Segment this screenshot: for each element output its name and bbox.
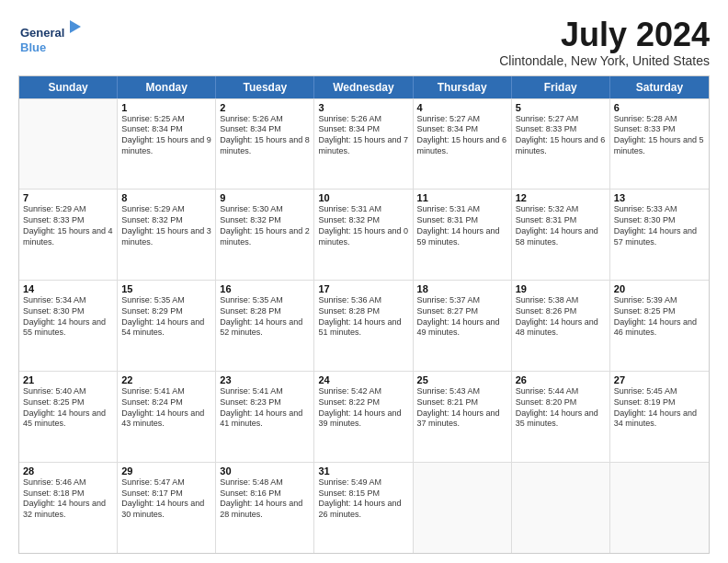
- day-number: 9: [220, 192, 310, 203]
- calendar-cell: [414, 463, 512, 553]
- calendar-cell: 1Sunrise: 5:25 AM Sunset: 8:34 PM Daylig…: [118, 99, 216, 190]
- day-number: 13: [614, 192, 705, 203]
- header: General Blue July 2024 Clintondale, New …: [18, 17, 710, 68]
- cell-info: Sunrise: 5:26 AM Sunset: 8:34 PM Dayligh…: [220, 114, 310, 157]
- calendar-week-2: 7Sunrise: 5:29 AM Sunset: 8:33 PM Daylig…: [19, 189, 709, 280]
- day-number: 12: [516, 192, 606, 203]
- calendar-cell: 3Sunrise: 5:26 AM Sunset: 8:34 PM Daylig…: [314, 99, 413, 190]
- day-number: 8: [121, 192, 211, 203]
- cell-info: Sunrise: 5:39 AM Sunset: 8:25 PM Dayligh…: [614, 295, 705, 339]
- day-number: 16: [220, 283, 310, 294]
- calendar-cell: 16Sunrise: 5:35 AM Sunset: 8:28 PM Dayli…: [216, 281, 314, 371]
- day-number: 29: [121, 465, 211, 477]
- day-number: 31: [318, 465, 408, 477]
- svg-marker-1: [70, 20, 81, 33]
- header-thursday: Thursday: [414, 76, 512, 98]
- calendar-cell: 11Sunrise: 5:31 AM Sunset: 8:31 PM Dayli…: [414, 190, 512, 280]
- cell-info: Sunrise: 5:46 AM Sunset: 8:18 PM Dayligh…: [23, 477, 113, 521]
- day-number: 7: [23, 192, 113, 203]
- calendar-cell: 8Sunrise: 5:29 AM Sunset: 8:32 PM Daylig…: [118, 190, 216, 280]
- calendar-cell: 27Sunrise: 5:45 AM Sunset: 8:19 PM Dayli…: [610, 372, 709, 462]
- cell-info: Sunrise: 5:36 AM Sunset: 8:28 PM Dayligh…: [318, 295, 408, 339]
- title-block: July 2024 Clintondale, New York, United …: [499, 17, 710, 68]
- day-number: 15: [121, 283, 211, 294]
- calendar-cell: 9Sunrise: 5:30 AM Sunset: 8:32 PM Daylig…: [216, 190, 314, 280]
- cell-info: Sunrise: 5:32 AM Sunset: 8:31 PM Dayligh…: [516, 204, 606, 247]
- day-number: 28: [23, 465, 113, 477]
- day-number: 22: [121, 374, 211, 385]
- calendar-cell: 12Sunrise: 5:32 AM Sunset: 8:31 PM Dayli…: [512, 190, 610, 280]
- calendar-cell: 29Sunrise: 5:47 AM Sunset: 8:17 PM Dayli…: [118, 463, 216, 553]
- cell-info: Sunrise: 5:42 AM Sunset: 8:22 PM Dayligh…: [318, 386, 408, 430]
- calendar-body: 1Sunrise: 5:25 AM Sunset: 8:34 PM Daylig…: [19, 98, 709, 553]
- calendar-cell: 6Sunrise: 5:28 AM Sunset: 8:33 PM Daylig…: [610, 99, 709, 190]
- day-number: 5: [516, 102, 606, 113]
- day-number: 4: [417, 102, 507, 113]
- calendar-cell: [19, 99, 118, 190]
- calendar-week-3: 14Sunrise: 5:34 AM Sunset: 8:30 PM Dayli…: [19, 280, 709, 371]
- calendar-cell: 7Sunrise: 5:29 AM Sunset: 8:33 PM Daylig…: [19, 190, 118, 280]
- calendar-cell: 5Sunrise: 5:27 AM Sunset: 8:33 PM Daylig…: [512, 99, 610, 190]
- calendar-week-1: 1Sunrise: 5:25 AM Sunset: 8:34 PM Daylig…: [19, 98, 709, 190]
- svg-text:General: General: [20, 26, 64, 40]
- cell-info: Sunrise: 5:31 AM Sunset: 8:32 PM Dayligh…: [318, 204, 408, 247]
- day-number: 17: [318, 283, 408, 294]
- day-number: 6: [614, 102, 705, 113]
- calendar-cell: 17Sunrise: 5:36 AM Sunset: 8:28 PM Dayli…: [314, 281, 413, 371]
- calendar-cell: 23Sunrise: 5:41 AM Sunset: 8:23 PM Dayli…: [216, 372, 314, 462]
- month-title: July 2024: [499, 17, 710, 53]
- calendar-cell: [512, 463, 610, 553]
- cell-info: Sunrise: 5:31 AM Sunset: 8:31 PM Dayligh…: [417, 204, 507, 247]
- calendar-week-5: 28Sunrise: 5:46 AM Sunset: 8:18 PM Dayli…: [19, 462, 709, 553]
- cell-info: Sunrise: 5:26 AM Sunset: 8:34 PM Dayligh…: [318, 114, 408, 157]
- calendar-cell: 30Sunrise: 5:48 AM Sunset: 8:16 PM Dayli…: [216, 463, 314, 553]
- calendar-header: Sunday Monday Tuesday Wednesday Thursday…: [19, 76, 709, 98]
- header-friday: Friday: [512, 76, 610, 98]
- day-number: 30: [220, 465, 310, 477]
- cell-info: Sunrise: 5:27 AM Sunset: 8:34 PM Dayligh…: [417, 114, 507, 157]
- cell-info: Sunrise: 5:38 AM Sunset: 8:26 PM Dayligh…: [516, 295, 606, 339]
- cell-info: Sunrise: 5:44 AM Sunset: 8:20 PM Dayligh…: [516, 386, 606, 430]
- day-number: 21: [23, 374, 113, 385]
- cell-info: Sunrise: 5:27 AM Sunset: 8:33 PM Dayligh…: [516, 114, 606, 157]
- cell-info: Sunrise: 5:49 AM Sunset: 8:15 PM Dayligh…: [318, 477, 408, 521]
- day-number: 10: [318, 192, 408, 203]
- cell-info: Sunrise: 5:41 AM Sunset: 8:24 PM Dayligh…: [121, 386, 211, 430]
- calendar-cell: 31Sunrise: 5:49 AM Sunset: 8:15 PM Dayli…: [314, 463, 413, 553]
- calendar-cell: 10Sunrise: 5:31 AM Sunset: 8:32 PM Dayli…: [314, 190, 413, 280]
- header-tuesday: Tuesday: [216, 76, 314, 98]
- cell-info: Sunrise: 5:37 AM Sunset: 8:27 PM Dayligh…: [417, 295, 507, 339]
- cell-info: Sunrise: 5:35 AM Sunset: 8:28 PM Dayligh…: [220, 295, 310, 339]
- day-number: 23: [220, 374, 310, 385]
- logo-svg: General Blue: [18, 17, 83, 63]
- day-number: 1: [121, 102, 211, 113]
- cell-info: Sunrise: 5:43 AM Sunset: 8:21 PM Dayligh…: [417, 386, 507, 430]
- day-number: 14: [23, 283, 113, 294]
- cell-info: Sunrise: 5:40 AM Sunset: 8:25 PM Dayligh…: [23, 386, 113, 430]
- day-number: 3: [318, 102, 408, 113]
- cell-info: Sunrise: 5:29 AM Sunset: 8:33 PM Dayligh…: [23, 204, 113, 247]
- header-sunday: Sunday: [19, 76, 118, 98]
- calendar-cell: 2Sunrise: 5:26 AM Sunset: 8:34 PM Daylig…: [216, 99, 314, 190]
- cell-info: Sunrise: 5:33 AM Sunset: 8:30 PM Dayligh…: [614, 204, 705, 247]
- cell-info: Sunrise: 5:28 AM Sunset: 8:33 PM Dayligh…: [614, 114, 705, 157]
- calendar-cell: 22Sunrise: 5:41 AM Sunset: 8:24 PM Dayli…: [118, 372, 216, 462]
- svg-text:Blue: Blue: [20, 40, 46, 54]
- calendar-cell: 24Sunrise: 5:42 AM Sunset: 8:22 PM Dayli…: [314, 372, 413, 462]
- calendar-cell: 21Sunrise: 5:40 AM Sunset: 8:25 PM Dayli…: [19, 372, 118, 462]
- calendar-cell: 18Sunrise: 5:37 AM Sunset: 8:27 PM Dayli…: [414, 281, 512, 371]
- day-number: 18: [417, 283, 507, 294]
- cell-info: Sunrise: 5:35 AM Sunset: 8:29 PM Dayligh…: [121, 295, 211, 339]
- calendar-cell: 4Sunrise: 5:27 AM Sunset: 8:34 PM Daylig…: [414, 99, 512, 190]
- cell-info: Sunrise: 5:45 AM Sunset: 8:19 PM Dayligh…: [614, 386, 705, 430]
- cell-info: Sunrise: 5:34 AM Sunset: 8:30 PM Dayligh…: [23, 295, 113, 339]
- day-number: 11: [417, 192, 507, 203]
- header-monday: Monday: [118, 76, 216, 98]
- calendar-cell: 19Sunrise: 5:38 AM Sunset: 8:26 PM Dayli…: [512, 281, 610, 371]
- cell-info: Sunrise: 5:25 AM Sunset: 8:34 PM Dayligh…: [121, 114, 211, 157]
- calendar-cell: 15Sunrise: 5:35 AM Sunset: 8:29 PM Dayli…: [118, 281, 216, 371]
- calendar-cell: 28Sunrise: 5:46 AM Sunset: 8:18 PM Dayli…: [19, 463, 118, 553]
- day-number: 25: [417, 374, 507, 385]
- day-number: 24: [318, 374, 408, 385]
- cell-info: Sunrise: 5:29 AM Sunset: 8:32 PM Dayligh…: [121, 204, 211, 247]
